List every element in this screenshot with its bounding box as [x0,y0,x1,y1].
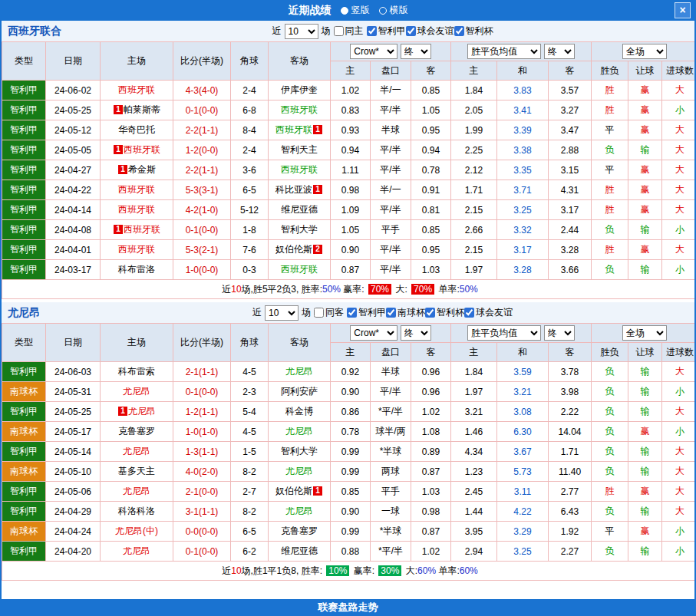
home-team-cell: 西班牙联 [101,200,173,220]
near-label: 近 [252,306,262,319]
same-venue-checkbox[interactable] [314,308,324,318]
wdl-metric-select[interactable]: 胜平负均值 [467,325,541,341]
summary-segment: 单率: [436,284,460,295]
home-team-name: 克鲁塞罗 [118,426,155,436]
corners-cell: 4-5 [231,362,269,382]
competition-filter-group: 智利甲南球杯智利杯球会友谊 [347,306,513,320]
goals-result-cell: 大 [662,240,696,260]
competition-type-cell: 智利甲 [2,482,46,502]
odds-provider-select[interactable]: Crow* [350,44,397,59]
recent-games-select[interactable]: 10 [285,24,318,39]
date-cell: 24-06-03 [46,362,101,382]
competition-option[interactable]: 智利甲 [367,25,406,38]
date-cell: 24-05-25 [46,402,101,422]
wdl-final-select[interactable]: 终 [544,325,575,341]
handicap-result-cell: 输 [628,140,662,160]
odds-away-cell: 1.03 [411,482,451,502]
competition-option[interactable]: 南球杯 [386,306,425,319]
away-team-cell: 西班牙联1 [269,120,331,140]
outcome-cell: 负 [592,220,628,240]
competition-type-cell: 南球杯 [2,422,46,442]
competition-type-cell: 南球杯 [2,462,46,482]
odds-final-select[interactable]: 终 [401,44,431,59]
table-body: 智利甲 24-06-02 西班牙联 4-3(4-0) 2-4 伊库伊奎 1.02… [2,81,696,280]
col-header-outcome: 胜负 [592,61,628,81]
wdl-away-cell: 3.78 [549,362,592,382]
handicap-result-cell: 赢 [628,200,662,220]
odds-away-cell: 0.96 [411,362,451,382]
score-cell: 2-1(0-0) [173,482,231,502]
competition-checkbox[interactable] [406,26,416,36]
away-team-cell: 伊库伊奎 [269,81,331,100]
score-cell: 3-1(1-1) [173,502,231,522]
handicap-result-cell: 赢 [628,522,662,542]
odds-away-cell: 1.05 [411,100,451,120]
home-team-name: 科布雷索 [118,366,155,377]
odds-final-select[interactable]: 终 [401,325,431,341]
odds-provider-select[interactable]: Crow* [350,325,397,341]
team-title: 西班牙联合 [8,25,61,38]
competition-checkbox[interactable] [454,26,464,36]
wdl-final-select[interactable]: 终 [544,44,575,59]
wdl-metric-select[interactable]: 胜平负均值 [467,44,541,59]
footer-link[interactable]: 联赛盘路走势 [2,599,694,616]
competition-checkbox[interactable] [386,308,396,318]
wdl-away-cell: 2.22 [549,402,592,422]
away-team-name: 奴伯伦斯 [275,244,312,255]
home-team-cell: 1希金斯 [101,160,173,180]
away-team-name: 西班牙联 [275,124,312,135]
odds-away-cell: 0.95 [411,240,451,260]
competition-checkbox[interactable] [464,308,474,318]
competition-checkbox[interactable] [367,26,377,36]
home-team-name: 西班牙联 [118,184,155,195]
wdl-draw-cell: 6.30 [497,422,549,442]
odds-home-cell: 0.90 [331,382,371,402]
orientation-option-horizontal[interactable]: 横版 [379,4,408,17]
home-team-cell: 尤尼昂 [101,482,173,502]
same-venue-option[interactable]: 同客 [314,306,344,319]
scope-select[interactable]: 全场 [622,44,667,59]
score-cell: 1-3(1-1) [173,442,231,462]
games-label: 场 [322,25,331,38]
footer-label: 联赛盘路走势 [318,601,378,614]
home-team-name: 帕莱斯蒂 [124,104,160,115]
col-header-corners: 角球 [231,42,269,81]
close-button[interactable]: × [675,2,691,18]
col-header-wdl-away: 客 [549,343,592,362]
handicap-result-cell: 输 [628,402,662,422]
scope-select[interactable]: 全场 [622,325,667,341]
odds-home-cell: 0.99 [331,522,371,542]
competition-checkbox[interactable] [347,308,357,318]
competition-checkbox[interactable] [425,308,435,318]
home-team-name: 西班牙联 [118,204,155,215]
recent-games-select[interactable]: 10 [265,305,299,321]
odds-away-cell: 0.87 [411,462,451,482]
home-team-cell: 尤尼昂(中) [101,522,173,542]
wdl-away-cell: 6.43 [549,502,592,522]
competition-option[interactable]: 智利杯 [454,25,493,38]
away-team-cell: 奴伯伦斯2 [269,240,331,260]
orientation-option-vertical[interactable]: 竖版 [341,4,370,17]
goals-result-cell: 小 [662,260,696,280]
competition-filter-group: 智利甲球会友谊智利杯 [367,25,493,38]
home-team-cell: 西班牙联 [101,180,173,200]
odds-away-cell: 0.87 [411,522,451,542]
date-cell: 24-05-25 [46,100,101,120]
same-venue-checkbox[interactable] [334,26,344,36]
away-team-cell: 西班牙联 [269,160,331,180]
competition-option[interactable]: 智利杯 [425,306,464,319]
wdl-away-cell: 3.28 [549,240,592,260]
outcome-cell: 胜 [592,81,628,100]
handicap-result-cell: 赢 [628,120,662,140]
competition-option[interactable]: 智利甲 [347,306,386,319]
away-team-cell: 科比亚波1 [269,180,331,200]
col-header-wdl-away: 客 [549,61,592,81]
red-card-badge: 1 [114,145,123,154]
score-cell: 2-2(1-1) [173,120,231,140]
competition-option[interactable]: 球会友谊 [464,306,513,319]
competition-option[interactable]: 球会友谊 [406,25,454,38]
summary-row: 近10场,胜5平2负3, 胜率:50% 赢率: 70% 大: 70% 单率:50… [2,280,696,299]
handicap-cell: 平/半 [371,240,411,260]
same-venue-option[interactable]: 同主 [334,25,364,38]
odds-home-cell: 0.99 [331,462,371,482]
